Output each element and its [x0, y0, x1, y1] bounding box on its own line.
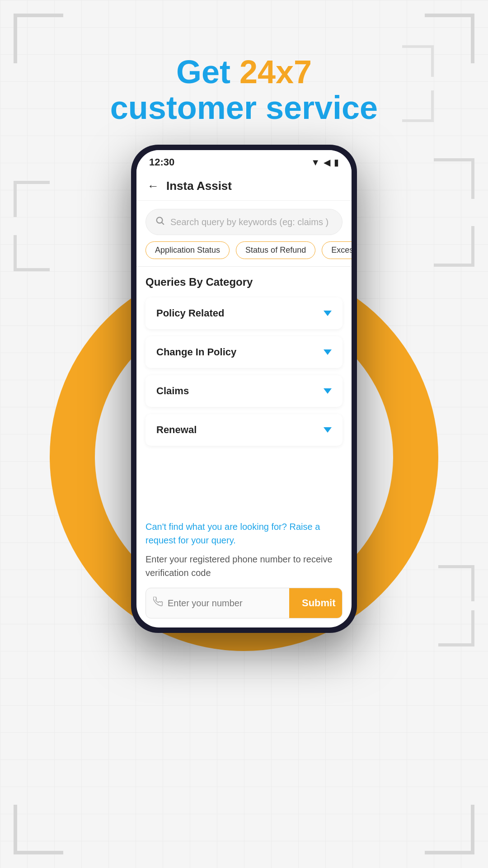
chevron-down-icon-2 [324, 349, 332, 355]
status-time: 12:30 [149, 156, 174, 168]
accordion-header-renewal[interactable]: Renewal [145, 414, 343, 446]
chevron-down-icon-4 [324, 427, 332, 433]
battery-icon: ▮ [334, 157, 339, 168]
accordion-label-claims: Claims [156, 385, 189, 397]
accordion-renewal[interactable]: Renewal [145, 414, 343, 446]
accordion-policy-related[interactable]: Policy Related [145, 297, 343, 329]
bottom-section: Can't find what you are looking for? Rai… [136, 511, 352, 627]
filter-chips: Application Status Status of Refund Exce… [136, 241, 352, 266]
chip-application-status[interactable]: Application Status [145, 241, 230, 259]
accordion-label-policy-related: Policy Related [156, 307, 224, 319]
search-placeholder: Search query by keywords (eg: claims ) [170, 217, 328, 227]
chevron-down-icon-3 [324, 388, 332, 394]
signal-icon: ◀ [324, 157, 330, 168]
app-title: Insta Assist [166, 179, 232, 193]
app-header: ← Insta Assist [136, 172, 352, 201]
cant-find-text: Can't find what you are looking for? Rai… [145, 520, 343, 547]
phone-icon [153, 597, 163, 609]
svg-line-1 [162, 222, 164, 224]
chevron-down-icon [324, 311, 332, 316]
back-button[interactable]: ← [147, 179, 159, 193]
hero-prefix: Get [176, 54, 239, 90]
wifi-icon: ▼ [311, 157, 320, 168]
accordion-header-change-policy[interactable]: Change In Policy [145, 336, 343, 368]
accordion-header-claims[interactable]: Claims [145, 375, 343, 407]
chip-status-refund[interactable]: Status of Refund [236, 241, 315, 259]
phone-number-input[interactable] [168, 598, 282, 609]
search-bar[interactable]: Search query by keywords (eg: claims ) [145, 209, 343, 235]
accordion-header-policy-related[interactable]: Policy Related [145, 297, 343, 329]
accordion-change-in-policy[interactable]: Change In Policy [145, 336, 343, 368]
phone-desc: Enter your registered phone number to re… [145, 552, 343, 580]
accordion-label-renewal: Renewal [156, 424, 197, 436]
chip-excess-refund[interactable]: Excess Refund [322, 241, 352, 259]
hero-line1: Get 24x7 [0, 54, 488, 90]
phone-mockup: 12:30 ▼ ◀ ▮ ← Insta Assist [131, 145, 357, 633]
status-bar: 12:30 ▼ ◀ ▮ [136, 150, 352, 172]
search-icon [155, 216, 165, 228]
submit-button[interactable]: Submit [289, 588, 343, 618]
accordion-label-change-policy: Change In Policy [156, 346, 236, 358]
hero-highlight: 24x7 [239, 54, 312, 90]
accordion-claims[interactable]: Claims [145, 375, 343, 407]
phone-body: 12:30 ▼ ◀ ▮ ← Insta Assist [131, 145, 357, 633]
hero-section: Get 24x7 customer service [0, 54, 488, 126]
phone-input-inner [146, 590, 289, 617]
phone-input-row[interactable]: Submit [145, 588, 343, 618]
hero-line2: customer service [0, 90, 488, 126]
section-title: Queries By Category [145, 276, 343, 288]
content-area: Queries By Category Policy Related Chang… [136, 267, 352, 511]
phone-screen: 12:30 ▼ ◀ ▮ ← Insta Assist [136, 150, 352, 627]
status-icons: ▼ ◀ ▮ [311, 157, 339, 168]
